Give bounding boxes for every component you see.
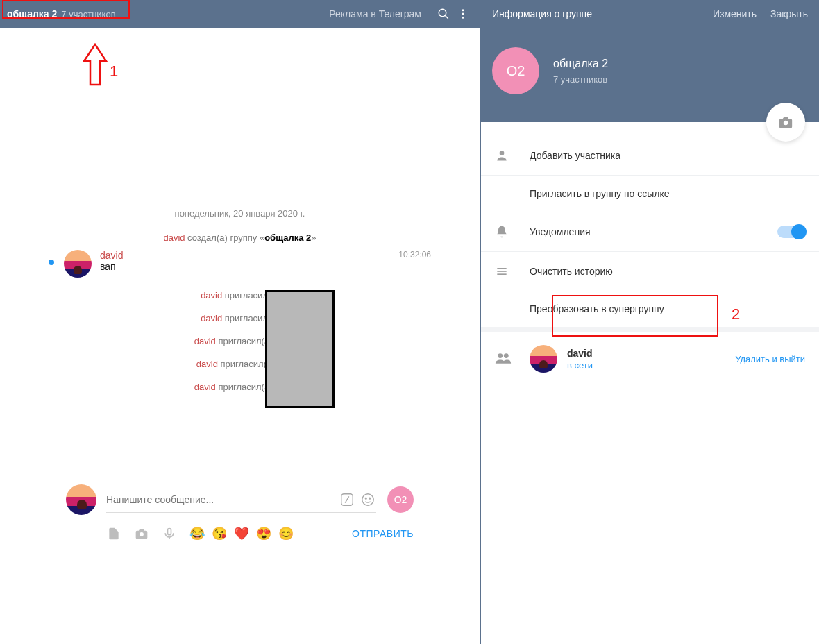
recipient-avatar[interactable]: О2 [387,486,414,513]
group-members: 7 участников [553,74,608,85]
self-avatar[interactable] [66,484,96,515]
group-avatar[interactable]: О2 [492,47,539,94]
message-author[interactable]: david [100,250,398,261]
svg-point-4 [462,17,464,19]
notifications-item[interactable]: Уведомления [481,212,819,252]
info-header: Информация о группе Изменить Закрыть [481,0,819,28]
search-icon[interactable] [434,8,453,20]
invite-line: david пригласил(а) [0,313,480,323]
camera-icon[interactable] [134,526,149,541]
svg-point-12 [784,121,788,125]
chat-body: понедельник, 20 января 2020 г. david соз… [0,28,480,392]
message-time: 10:32:06 [398,250,438,278]
svg-point-13 [500,151,505,155]
annotation-label-2: 2 [732,305,740,323]
menu-icon[interactable] [453,8,473,20]
emoji[interactable]: 😍 [256,526,271,541]
invite-line: david пригласил(а) Vk [0,382,480,392]
slash-command-icon[interactable] [339,491,355,508]
member-avatar[interactable] [530,345,557,373]
quick-emoji-bar: 😂 😘 ❤️ 😍 😊 [189,526,294,541]
svg-line-6 [345,496,349,502]
svg-point-8 [365,498,366,499]
emoji[interactable]: 😂 [189,526,205,541]
member-name: david [567,348,593,359]
svg-point-17 [498,353,503,358]
close-button[interactable]: Закрыть [770,8,808,19]
system-created: david создал(а) группу «общалка 2» [0,232,480,243]
edit-button[interactable]: Изменить [713,8,757,19]
menu-lines-icon [495,264,530,278]
svg-point-9 [369,498,371,499]
svg-point-10 [140,532,144,536]
compose-area: О2 😂 😘 ❤️ 😍 😊 ОТПРАВИТЬ [0,484,480,541]
invite-line: david пригласил(а) Vk [0,336,480,346]
bell-icon [495,225,530,239]
set-photo-button[interactable] [766,103,805,142]
emoji[interactable]: 😘 [212,526,227,541]
sys-author: david [163,232,185,243]
emoji[interactable]: ❤️ [234,526,249,541]
notifications-toggle[interactable] [777,226,805,238]
add-member-item[interactable]: Добавить участника [481,136,819,176]
message-row: david вап 10:32:06 [0,250,480,278]
svg-point-3 [462,13,464,15]
convert-supergroup-item[interactable]: Преобразовать в супергруппу [481,291,819,332]
message-input[interactable] [106,494,335,505]
leave-button[interactable]: Удалить и выйти [735,354,805,364]
date-separator: понедельник, 20 января 2020 г. [0,208,480,219]
svg-point-0 [439,9,446,17]
people-icon [495,351,530,367]
emoji-icon[interactable] [360,491,376,508]
chat-members: 7 участников [61,9,115,19]
svg-line-1 [445,15,448,19]
group-info-top: О2 общалка 2 7 участников [481,28,819,122]
svg-point-18 [504,353,509,358]
svg-point-2 [462,9,464,11]
invite-link-item[interactable]: Пригласить в группу по ссылке [481,176,819,212]
member-status: в сети [567,360,593,371]
unread-dot-icon [49,260,54,265]
attach-file-icon[interactable] [106,526,121,541]
person-icon [495,149,530,162]
clear-history-item[interactable]: Очистить историю [481,252,819,291]
message-text: вап [100,261,398,272]
svg-rect-11 [168,529,171,535]
invite-line: david пригласил(а) м [0,359,480,369]
microphone-icon[interactable] [162,526,177,541]
emoji[interactable]: 😊 [278,526,294,541]
chat-header[interactable]: общалка 2 7 участников Реклама в Телегра… [0,0,480,28]
avatar[interactable] [64,250,92,278]
group-name: общалка 2 [553,58,608,70]
svg-point-7 [362,493,374,505]
ad-link[interactable]: Реклама в Телеграм [329,8,421,19]
send-button[interactable]: ОТПРАВИТЬ [352,528,414,539]
invite-line: david пригласил(а) [0,290,480,300]
redaction-mask [265,290,335,408]
invite-list: david пригласил(а) david пригласил(а) da… [0,290,480,392]
member-row: david в сети Удалить и выйти [481,332,819,385]
info-title: Информация о группе [492,8,592,19]
chat-title: общалка 2 [7,8,57,19]
